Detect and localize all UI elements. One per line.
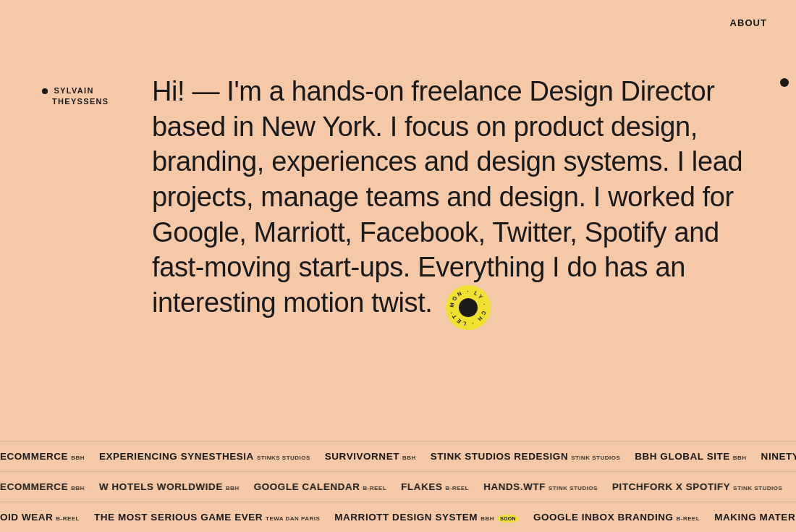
logo-name-line2: THEYSSENS [42, 96, 109, 107]
rotating-badge[interactable]: MON · LY · CH · LET'S · [446, 285, 491, 330]
list-item[interactable]: HANDS.WTFSTINK STUDIOS [483, 481, 598, 492]
list-item[interactable]: OID WEARB-REEL [0, 512, 80, 523]
logo-name-line1: SYLVAIN [54, 86, 93, 95]
list-item[interactable]: W HOTELS WORLDWIDEBBH [99, 481, 240, 492]
ticker-area: ECOMMERCEBBH EXPERIENCING SYNESTHESIASTI… [0, 434, 796, 532]
ticker-row-3: OID WEARB-REEL THE MOST SERIOUS GAME EVE… [0, 502, 796, 532]
ticker-track-1: ECOMMERCEBBH EXPERIENCING SYNESTHESIASTI… [0, 451, 796, 462]
list-item[interactable]: BBH GLOBAL SITEBBH [635, 451, 746, 462]
ticker-row-2: ECOMMERCEBBH W HOTELS WORLDWIDEBBH GOOGL… [0, 471, 796, 502]
logo-dot [42, 88, 48, 94]
badge-svg: MON · LY · CH · LET'S · [446, 285, 491, 330]
decorative-dot-tr [780, 78, 789, 87]
list-item[interactable]: ECOMMERCEBBH [0, 451, 85, 462]
list-item[interactable]: MAKING MATERIAL DESIGNB-REEL [714, 512, 796, 523]
list-item[interactable]: STINK STUDIOS REDESIGNSTINK STUDIOS [431, 451, 620, 462]
list-item[interactable]: PITCHFORK X SPOTIFYSTINK STUDIOS [612, 481, 782, 492]
list-item[interactable]: THE MOST SERIOUS GAME EVERTEWA DAN PARIS [94, 512, 320, 523]
list-item[interactable]: EXPERIENCING SYNESTHESIASTINKS STUDIOS [99, 451, 310, 462]
hero-content: Hi! — I'm a hands-on freelance Design Di… [152, 76, 742, 318]
hero-text: Hi! — I'm a hands-on freelance Design Di… [152, 74, 767, 324]
badge-arc-text: MON · LY · CH · LET'S · [446, 285, 488, 327]
list-item[interactable]: GOOGLE CALENDARB-REEL [254, 481, 387, 492]
ticker-track-3: OID WEARB-REEL THE MOST SERIOUS GAME EVE… [0, 512, 796, 523]
list-item[interactable]: FLAKESB-REEL [401, 481, 469, 492]
about-link[interactable]: ABOUT [730, 17, 767, 28]
ticker-track-2: ECOMMERCEBBH W HOTELS WORLDWIDEBBH GOOGL… [0, 481, 796, 492]
list-item[interactable]: ECOMMERCEBBH [0, 481, 85, 492]
list-item[interactable]: SURVIVORNETBBH [325, 451, 416, 462]
list-item[interactable]: NINETY NINE SECONDS [761, 451, 796, 462]
list-item[interactable]: GOOGLE INBOX BRANDINGB-REEL [533, 512, 700, 523]
ticker-row-1: ECOMMERCEBBH EXPERIENCING SYNESTHESIASTI… [0, 441, 796, 471]
nav: ABOUT [730, 16, 767, 29]
list-item[interactable]: MARRIOTT DESIGN SYSTEMBBHSOON [334, 512, 519, 523]
logo: SYLVAIN THEYSSENS [42, 85, 109, 108]
